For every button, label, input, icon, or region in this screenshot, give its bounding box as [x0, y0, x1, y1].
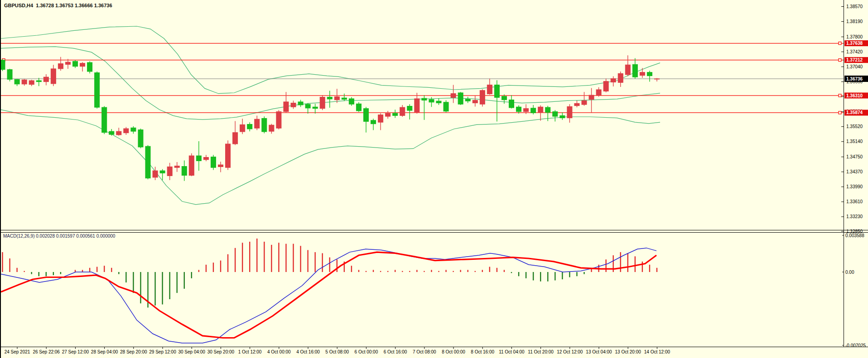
candle-body [451, 94, 456, 98]
candle-body [647, 72, 652, 76]
candle-body [422, 98, 427, 100]
level-drag-handle-icon[interactable] [839, 111, 841, 114]
time-tick-label: 1 Oct 12:00 [238, 349, 262, 354]
level-drag-handle-icon[interactable] [839, 42, 841, 45]
macd-signal-line [1, 252, 656, 338]
candle-body [487, 85, 492, 94]
time-tick-label: 30 Sep 04:00 [178, 349, 205, 354]
candle-body [145, 146, 150, 178]
level-drag-handle-icon[interactable] [839, 94, 841, 97]
time-tick-label: 8 Oct 00:00 [442, 349, 465, 354]
candle-body [109, 131, 114, 134]
time-tick-label: 6 Oct 16:00 [384, 349, 407, 354]
price-level-badge-text: 1.36310 [846, 93, 863, 98]
candle-body [51, 69, 56, 84]
candle-body [284, 102, 289, 112]
candle-body [415, 99, 420, 112]
time-tick-label: 12 Oct 12:00 [557, 349, 583, 354]
macd-indicator-label: MACD(12,26,9) 0.002028 0.001597 0.000561… [3, 234, 115, 239]
candle-body [400, 107, 405, 115]
candle-body [247, 124, 252, 129]
candle-body [305, 104, 310, 108]
candle-body [255, 119, 260, 128]
candle-body [189, 156, 194, 175]
candle-body [444, 102, 448, 111]
candle-body [196, 156, 201, 161]
candle-body [58, 64, 63, 69]
candle-body [407, 106, 412, 111]
macd-scale-label: -0.007025 [845, 343, 866, 348]
candle-body [334, 97, 339, 100]
candle-body [436, 101, 441, 103]
time-tick-label: 27 Sep 12:00 [62, 349, 89, 354]
candle-body [538, 107, 543, 112]
candle-body [342, 98, 347, 99]
level-drag-handle-icon[interactable] [839, 59, 841, 62]
time-tick-label: 13 Oct 20:00 [615, 349, 641, 354]
chart-window: 1.385701.381901.378001.374201.370401.366… [0, 0, 868, 358]
candle-body [182, 167, 187, 176]
bollinger-lower-band [1, 110, 660, 205]
macd-scale-label: 0.00 [845, 270, 854, 275]
candle-body [22, 80, 27, 84]
candle-body [153, 171, 158, 177]
price-tick-label: 1.35520 [846, 124, 863, 129]
time-tick-label: 11 Oct 04:00 [499, 349, 525, 354]
candle-body [531, 108, 536, 113]
time-tick-label: 6 Oct 00:00 [355, 349, 378, 354]
price-tick-label: 1.37040 [846, 64, 863, 69]
time-tick-label: 4 Oct 16:00 [296, 349, 320, 354]
candle-body [386, 113, 391, 116]
price-tick-label: 1.37420 [846, 49, 863, 54]
time-tick-label: 13 Oct 04:00 [586, 349, 612, 354]
candle-body [291, 103, 296, 107]
candle-body [574, 103, 579, 105]
price-tick-label: 1.38190 [846, 19, 863, 24]
candle-body [218, 165, 223, 167]
candle-body [473, 100, 477, 103]
candle-body [102, 107, 107, 133]
candle-body [502, 96, 506, 100]
candle-body [313, 107, 318, 108]
candle-body [240, 124, 245, 132]
time-tick-label: 11 Oct 20:00 [528, 349, 554, 354]
candle-body [378, 115, 383, 123]
candle-body [364, 109, 369, 122]
price-tick-label: 1.33230 [846, 214, 863, 219]
candle-body [327, 97, 332, 99]
candle-body [465, 99, 470, 101]
candle-body [545, 107, 550, 112]
candle-body [138, 130, 143, 147]
candle-body [611, 79, 616, 82]
candle-body [371, 120, 376, 124]
candle-body [14, 79, 19, 84]
price-tick-label: 1.37800 [846, 34, 863, 39]
candle-body [73, 61, 78, 66]
candle-body [589, 95, 594, 100]
candle-body [560, 115, 565, 118]
candle-body [95, 73, 100, 108]
candle-body [80, 63, 85, 67]
time-tick-label: 28 Sep 04:00 [91, 349, 118, 354]
chart-canvas[interactable]: 1.385701.381901.378001.374201.370401.366… [1, 0, 868, 358]
candle-body [632, 64, 637, 77]
candle-body [553, 112, 558, 116]
price-level-badge-text: 1.37212 [846, 57, 863, 62]
price-tick-label: 1.33610 [846, 199, 863, 204]
price-tick-label: 1.38570 [846, 4, 863, 9]
time-tick-label: 29 Sep 12:00 [149, 349, 176, 354]
candle-body [603, 81, 608, 91]
time-tick-label: 7 Oct 08:00 [413, 349, 436, 354]
candle-body [494, 85, 499, 98]
price-tick-label: 1.35140 [846, 139, 863, 144]
candle-body [29, 81, 34, 85]
candle-body [211, 157, 216, 167]
candle-body [320, 97, 325, 109]
current-price-badge-text: 1.36736 [846, 76, 863, 81]
candle-body [167, 167, 172, 176]
candle-body [65, 62, 70, 64]
candle-body [7, 70, 12, 80]
candle-body [596, 90, 601, 95]
candle-body [625, 65, 630, 75]
candle-body [124, 129, 129, 133]
